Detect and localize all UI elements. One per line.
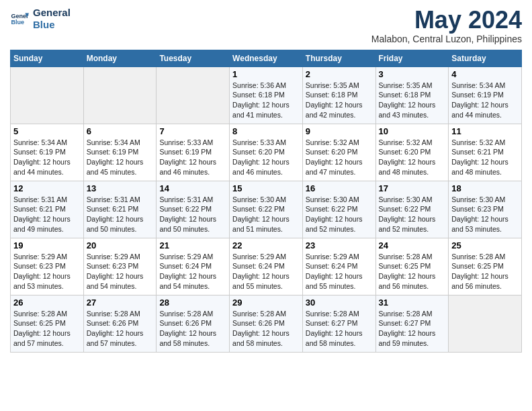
day-info: Sunrise: 5:29 AM Sunset: 6:24 PM Dayligh… (159, 252, 226, 291)
day-info: Sunrise: 5:28 AM Sunset: 6:26 PM Dayligh… (232, 309, 300, 349)
day-info: Sunrise: 5:28 AM Sunset: 6:27 PM Dayligh… (306, 309, 373, 349)
day-number: 28 (159, 298, 226, 308)
calendar-cell: 3Sunrise: 5:35 AM Sunset: 6:18 PM Daylig… (375, 66, 449, 124)
day-number: 18 (451, 183, 519, 193)
calendar-cell: 26Sunrise: 5:28 AM Sunset: 6:25 PM Dayli… (11, 295, 84, 352)
calendar-cell: 19Sunrise: 5:29 AM Sunset: 6:23 PM Dayli… (11, 238, 84, 295)
calendar-week-row: 5Sunrise: 5:34 AM Sunset: 6:19 PM Daylig… (11, 124, 522, 181)
weekday-header-saturday: Saturday (449, 50, 522, 66)
day-number: 19 (13, 240, 81, 250)
calendar-cell: 1Sunrise: 5:36 AM Sunset: 6:18 PM Daylig… (230, 66, 303, 124)
calendar-cell: 20Sunrise: 5:29 AM Sunset: 6:23 PM Dayli… (83, 238, 157, 295)
calendar-cell (83, 66, 157, 124)
day-number: 13 (87, 183, 154, 193)
day-info: Sunrise: 5:29 AM Sunset: 6:24 PM Dayligh… (232, 252, 300, 291)
day-info: Sunrise: 5:31 AM Sunset: 6:22 PM Dayligh… (159, 195, 226, 234)
calendar-cell: 7Sunrise: 5:33 AM Sunset: 6:19 PM Daylig… (157, 124, 230, 181)
calendar-week-row: 1Sunrise: 5:36 AM Sunset: 6:18 PM Daylig… (11, 66, 522, 124)
calendar-cell (11, 66, 84, 124)
calendar-week-row: 26Sunrise: 5:28 AM Sunset: 6:25 PM Dayli… (11, 295, 522, 352)
day-info: Sunrise: 5:30 AM Sunset: 6:22 PM Dayligh… (379, 195, 446, 234)
day-info: Sunrise: 5:33 AM Sunset: 6:19 PM Dayligh… (159, 138, 226, 177)
day-number: 25 (451, 240, 519, 250)
day-info: Sunrise: 5:32 AM Sunset: 6:20 PM Dayligh… (306, 138, 373, 177)
calendar-cell: 11Sunrise: 5:32 AM Sunset: 6:21 PM Dayli… (449, 124, 522, 181)
day-info: Sunrise: 5:28 AM Sunset: 6:26 PM Dayligh… (87, 309, 154, 349)
day-info: Sunrise: 5:32 AM Sunset: 6:21 PM Dayligh… (451, 138, 519, 177)
day-info: Sunrise: 5:34 AM Sunset: 6:19 PM Dayligh… (13, 138, 81, 177)
day-number: 22 (232, 240, 300, 250)
day-info: Sunrise: 5:32 AM Sunset: 6:20 PM Dayligh… (379, 138, 446, 177)
calendar-cell: 10Sunrise: 5:32 AM Sunset: 6:20 PM Dayli… (375, 124, 449, 181)
logo-icon: General Blue (10, 9, 29, 28)
day-number: 7 (159, 126, 226, 136)
logo-line1: General (33, 7, 71, 19)
day-info: Sunrise: 5:28 AM Sunset: 6:26 PM Dayligh… (159, 309, 226, 349)
day-info: Sunrise: 5:31 AM Sunset: 6:21 PM Dayligh… (13, 195, 81, 234)
weekday-header-wednesday: Wednesday (230, 50, 303, 66)
calendar-cell (157, 66, 230, 124)
weekday-header-friday: Friday (375, 50, 449, 66)
calendar-cell: 24Sunrise: 5:28 AM Sunset: 6:25 PM Dayli… (375, 238, 449, 295)
day-info: Sunrise: 5:28 AM Sunset: 6:25 PM Dayligh… (379, 252, 446, 291)
calendar-cell: 23Sunrise: 5:29 AM Sunset: 6:24 PM Dayli… (302, 238, 375, 295)
day-info: Sunrise: 5:28 AM Sunset: 6:25 PM Dayligh… (13, 309, 81, 349)
day-info: Sunrise: 5:29 AM Sunset: 6:23 PM Dayligh… (13, 252, 81, 291)
day-number: 29 (232, 298, 300, 308)
day-info: Sunrise: 5:29 AM Sunset: 6:23 PM Dayligh… (87, 252, 154, 291)
title-block: May 2024 Malabon, Central Luzon, Philipp… (371, 7, 522, 44)
month-title: May 2024 (371, 7, 522, 34)
calendar-cell: 6Sunrise: 5:34 AM Sunset: 6:19 PM Daylig… (83, 124, 157, 181)
calendar-table: SundayMondayTuesdayWednesdayThursdayFrid… (10, 50, 522, 353)
calendar-cell: 5Sunrise: 5:34 AM Sunset: 6:19 PM Daylig… (11, 124, 84, 181)
day-number: 15 (232, 183, 300, 193)
day-info: Sunrise: 5:28 AM Sunset: 6:27 PM Dayligh… (379, 309, 446, 349)
day-info: Sunrise: 5:29 AM Sunset: 6:24 PM Dayligh… (306, 252, 373, 291)
day-number: 11 (451, 126, 519, 136)
weekday-header-monday: Monday (83, 50, 157, 66)
location: Malabon, Central Luzon, Philippines (371, 34, 522, 44)
calendar-cell: 8Sunrise: 5:33 AM Sunset: 6:20 PM Daylig… (230, 124, 303, 181)
svg-text:Blue: Blue (11, 19, 24, 26)
day-number: 17 (379, 183, 446, 193)
weekday-header-thursday: Thursday (302, 50, 375, 66)
day-number: 8 (232, 126, 300, 136)
day-number: 21 (159, 240, 226, 250)
day-info: Sunrise: 5:28 AM Sunset: 6:25 PM Dayligh… (451, 252, 519, 291)
day-number: 20 (87, 240, 154, 250)
calendar-cell: 4Sunrise: 5:34 AM Sunset: 6:19 PM Daylig… (449, 66, 522, 124)
day-number: 23 (306, 240, 373, 250)
day-number: 12 (13, 183, 81, 193)
weekday-header-sunday: Sunday (11, 50, 84, 66)
day-number: 27 (87, 298, 154, 308)
calendar-cell: 29Sunrise: 5:28 AM Sunset: 6:26 PM Dayli… (230, 295, 303, 352)
day-number: 5 (13, 126, 81, 136)
day-number: 9 (306, 126, 373, 136)
calendar-cell: 31Sunrise: 5:28 AM Sunset: 6:27 PM Dayli… (375, 295, 449, 352)
calendar-cell: 15Sunrise: 5:30 AM Sunset: 6:22 PM Dayli… (230, 181, 303, 238)
calendar-cell: 30Sunrise: 5:28 AM Sunset: 6:27 PM Dayli… (302, 295, 375, 352)
day-number: 14 (159, 183, 226, 193)
day-number: 1 (232, 69, 300, 79)
day-number: 31 (379, 298, 446, 308)
day-info: Sunrise: 5:35 AM Sunset: 6:18 PM Dayligh… (306, 81, 373, 120)
calendar-week-row: 12Sunrise: 5:31 AM Sunset: 6:21 PM Dayli… (11, 181, 522, 238)
calendar-cell: 14Sunrise: 5:31 AM Sunset: 6:22 PM Dayli… (157, 181, 230, 238)
day-info: Sunrise: 5:30 AM Sunset: 6:22 PM Dayligh… (232, 195, 300, 234)
calendar-cell: 12Sunrise: 5:31 AM Sunset: 6:21 PM Dayli… (11, 181, 84, 238)
day-info: Sunrise: 5:34 AM Sunset: 6:19 PM Dayligh… (451, 81, 519, 120)
day-number: 3 (379, 69, 446, 79)
page-header: General Blue General Blue May 2024 Malab… (10, 7, 522, 44)
calendar-week-row: 19Sunrise: 5:29 AM Sunset: 6:23 PM Dayli… (11, 238, 522, 295)
day-number: 30 (306, 298, 373, 308)
calendar-cell: 16Sunrise: 5:30 AM Sunset: 6:22 PM Dayli… (302, 181, 375, 238)
calendar-cell: 9Sunrise: 5:32 AM Sunset: 6:20 PM Daylig… (302, 124, 375, 181)
day-number: 16 (306, 183, 373, 193)
day-info: Sunrise: 5:34 AM Sunset: 6:19 PM Dayligh… (87, 138, 154, 177)
calendar-cell: 18Sunrise: 5:30 AM Sunset: 6:23 PM Dayli… (449, 181, 522, 238)
calendar-cell: 22Sunrise: 5:29 AM Sunset: 6:24 PM Dayli… (230, 238, 303, 295)
logo: General Blue General Blue (10, 7, 71, 31)
calendar-cell: 28Sunrise: 5:28 AM Sunset: 6:26 PM Dayli… (157, 295, 230, 352)
calendar-cell: 21Sunrise: 5:29 AM Sunset: 6:24 PM Dayli… (157, 238, 230, 295)
weekday-header-row: SundayMondayTuesdayWednesdayThursdayFrid… (11, 50, 522, 66)
